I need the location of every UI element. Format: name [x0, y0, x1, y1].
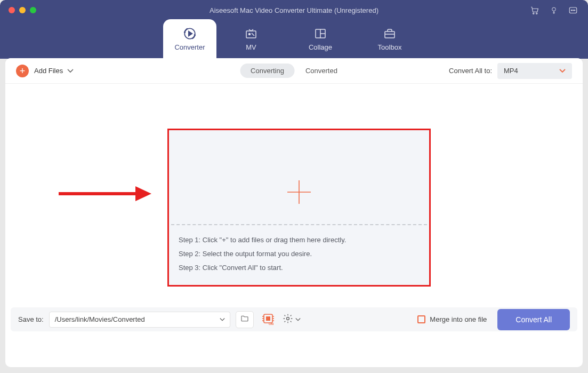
svg-point-1 — [536, 13, 537, 14]
file-drop-zone[interactable]: Step 1: Click "+" to add files or drag t… — [169, 130, 429, 285]
step-instruction: Step 3: Click "Convert All" to start. — [179, 264, 420, 272]
converter-icon — [183, 27, 197, 40]
format-selected-value: MP4 — [504, 67, 518, 75]
svg-rect-14 — [385, 31, 394, 38]
save-path-value: /Users/link/Movies/Converted — [55, 315, 145, 323]
subtab-converting[interactable]: Converting — [240, 64, 295, 78]
gpu-chip-icon: ON — [261, 312, 275, 327]
svg-point-2 — [552, 7, 556, 11]
save-to-label: Save to: — [18, 315, 44, 323]
tab-label: Collage — [309, 43, 332, 51]
merge-label: Merge into one file — [430, 315, 487, 323]
add-files-label: Add Files — [34, 67, 63, 75]
add-files-plus-icon[interactable] — [285, 178, 313, 208]
annotation-arrow-icon — [57, 183, 152, 207]
tab-label: Toolbox — [378, 43, 402, 51]
convert-all-button[interactable]: Convert All — [497, 309, 570, 330]
window-title: Aiseesoft Mac Video Converter Ultimate (… — [0, 6, 588, 14]
merge-into-one-file-checkbox[interactable]: Merge into one file — [417, 315, 487, 323]
tab-label: Converter — [174, 43, 205, 51]
gpu-accel-button[interactable]: ON — [259, 311, 277, 328]
save-path-dropdown-button[interactable] — [215, 312, 230, 328]
chevron-down-icon — [295, 315, 301, 323]
annotation-highlight-box: Step 1: Click "+" to add files or drag t… — [167, 129, 431, 287]
plus-icon: + — [16, 65, 29, 77]
checkbox-icon — [417, 315, 425, 323]
tab-converter[interactable]: Converter — [163, 19, 216, 59]
svg-marker-17 — [135, 186, 151, 201]
svg-rect-9 — [246, 31, 256, 38]
cart-icon[interactable] — [529, 6, 540, 18]
mv-icon — [244, 27, 258, 40]
key-icon[interactable] — [550, 5, 558, 18]
convert-all-label: Convert All — [515, 315, 552, 324]
tab-mv[interactable]: MV — [216, 19, 286, 59]
settings-button[interactable] — [283, 313, 301, 326]
step-instruction: Step 2: Select the output format you des… — [179, 250, 420, 258]
svg-point-0 — [533, 13, 534, 14]
folder-icon — [240, 314, 249, 324]
svg-point-5 — [573, 10, 574, 11]
feedback-icon[interactable] — [568, 6, 578, 18]
chevron-down-icon — [559, 67, 566, 75]
save-path-field[interactable]: /Users/link/Movies/Converted — [49, 312, 219, 328]
svg-point-4 — [571, 10, 572, 11]
gear-icon — [283, 313, 293, 326]
tab-label: MV — [246, 43, 256, 51]
tab-toolbox[interactable]: Toolbox — [355, 19, 424, 59]
output-format-select[interactable]: MP4 — [497, 63, 572, 79]
collage-icon — [313, 27, 327, 40]
divider — [171, 224, 427, 225]
toolbox-icon — [383, 27, 397, 40]
svg-marker-8 — [189, 31, 192, 36]
svg-point-6 — [574, 10, 575, 11]
convert-all-to-label: Convert All to: — [449, 67, 492, 75]
svg-point-29 — [286, 318, 289, 320]
add-files-dropdown-chevron[interactable] — [67, 66, 74, 76]
open-folder-button[interactable] — [236, 311, 254, 328]
step-instruction: Step 1: Click "+" to add files or drag t… — [179, 236, 420, 244]
svg-point-10 — [249, 33, 251, 35]
svg-rect-21 — [266, 316, 270, 321]
svg-text:ON: ON — [269, 322, 273, 326]
add-files-button[interactable]: + Add Files — [16, 65, 63, 77]
subtab-converted[interactable]: Converted — [295, 64, 348, 78]
tab-collage[interactable]: Collage — [286, 19, 355, 59]
